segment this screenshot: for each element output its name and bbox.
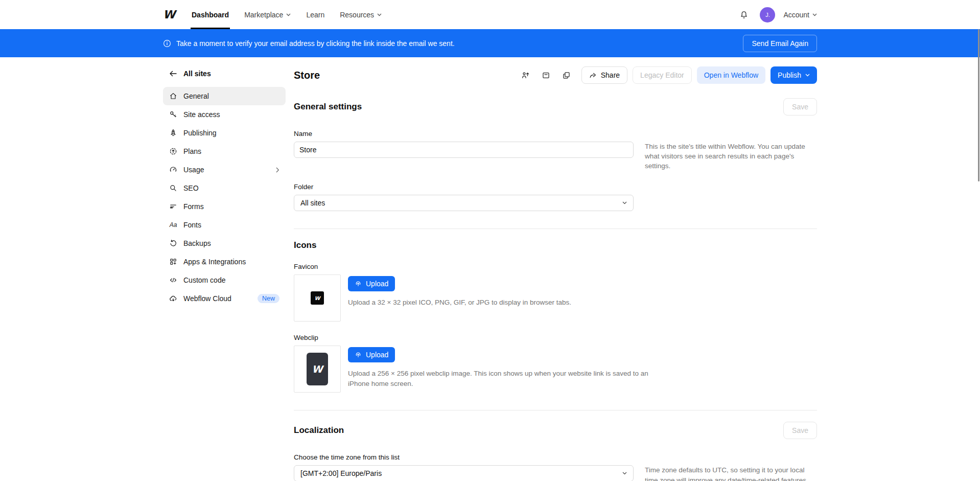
apps-grid-icon <box>169 258 177 266</box>
code-icon <box>169 276 177 284</box>
sidebar-item-general[interactable]: General <box>163 87 286 105</box>
archive-site-icon[interactable] <box>539 67 554 83</box>
sidebar-item-site-access[interactable]: Site access <box>163 105 286 124</box>
restore-icon <box>169 239 177 247</box>
favicon-upload-button[interactable]: Upload <box>348 276 395 291</box>
account-menu[interactable]: Account <box>783 11 817 19</box>
timezone-select[interactable]: [GMT+2:00] Europe/Paris <box>294 465 634 481</box>
chevron-down-icon <box>805 74 810 77</box>
sidebar-item-label: Publishing <box>183 129 279 137</box>
account-label: Account <box>783 11 809 19</box>
sidebar-item-usage[interactable]: Usage <box>163 161 286 179</box>
home-icon <box>169 92 177 100</box>
section-divider <box>294 410 817 410</box>
localization-save-button[interactable]: Save <box>783 422 817 439</box>
webclip-upload-label: Upload <box>366 351 388 359</box>
sidebar-item-label: Usage <box>183 166 270 174</box>
search-icon <box>169 184 177 192</box>
sidebar-item-label: Apps & Integrations <box>183 258 279 266</box>
back-to-all-sites[interactable]: All sites <box>163 67 286 87</box>
sidebar-item-label: Webflow Cloud <box>183 294 251 303</box>
new-badge: New <box>258 294 279 303</box>
sidebar-item-custom-code[interactable]: Custom code <box>163 271 286 289</box>
section-divider <box>294 228 817 229</box>
legacy-editor-button[interactable]: Legacy Editor <box>633 66 692 84</box>
upgrade-icon <box>169 147 177 155</box>
avatar[interactable]: J. <box>760 7 775 22</box>
nav-tab-learn[interactable]: Learn <box>306 0 324 29</box>
name-label: Name <box>294 130 817 138</box>
duplicate-site-icon[interactable] <box>559 67 574 83</box>
send-email-again-button[interactable]: Send Email Again <box>743 35 817 52</box>
sidebar-item-label: Site access <box>183 110 279 119</box>
sidebar-item-apps-integrations[interactable]: Apps & Integrations <box>163 253 286 271</box>
open-in-webflow-label: Open in Webflow <box>704 71 758 79</box>
vertical-scrollbar[interactable] <box>978 29 979 181</box>
settings-sidebar: All sites General Site access Publishing <box>163 57 286 481</box>
site-name-input[interactable] <box>294 142 634 158</box>
legacy-editor-label: Legacy Editor <box>640 71 684 79</box>
banner-message: Take a moment to verify your email addre… <box>176 39 455 48</box>
nav-tab-resources[interactable]: Resources <box>340 0 382 29</box>
upload-icon <box>355 351 362 358</box>
cloud-icon <box>169 294 177 303</box>
webflow-logo-icon[interactable]: W <box>163 9 178 20</box>
sidebar-item-label: Fonts <box>183 221 279 229</box>
folder-select-value: All sites <box>300 199 325 207</box>
publish-button[interactable]: Publish <box>771 66 817 84</box>
sidebar-item-label: Plans <box>183 147 279 155</box>
share-arrow-icon <box>589 72 597 79</box>
favicon-help-text: Upload a 32 × 32 pixel ICO, PNG, GIF, or… <box>348 297 571 308</box>
webclip-upload-button[interactable]: Upload <box>348 347 395 362</box>
general-save-button[interactable]: Save <box>783 98 817 116</box>
upload-icon <box>355 280 362 287</box>
sidebar-item-fonts[interactable]: Aa Fonts <box>163 216 286 234</box>
nav-tab-label: Learn <box>306 11 324 19</box>
webclip-image: W <box>307 353 328 385</box>
settings-main: Store Share Legacy Editor <box>294 57 817 481</box>
chevron-down-icon <box>812 13 817 16</box>
sidebar-item-backups[interactable]: Backups <box>163 234 286 253</box>
favicon-label: Favicon <box>294 263 817 270</box>
sidebar-item-label: General <box>183 92 279 100</box>
nav-tab-label: Resources <box>340 11 374 19</box>
timezone-select-value: [GMT+2:00] Europe/Paris <box>300 469 382 477</box>
sidebar-item-publishing[interactable]: Publishing <box>163 124 286 142</box>
sidebar-item-seo[interactable]: SEO <box>163 179 286 197</box>
sidebar-item-label: Custom code <box>183 276 279 284</box>
nav-tab-label: Marketplace <box>244 11 283 19</box>
timezone-label: Choose the time zone from this list <box>294 453 817 461</box>
nav-tab-marketplace[interactable]: Marketplace <box>244 0 291 29</box>
fonts-icon: Aa <box>169 221 177 229</box>
back-label: All sites <box>183 70 211 78</box>
open-in-webflow-button[interactable]: Open in Webflow <box>697 66 765 84</box>
transfer-site-icon[interactable] <box>518 67 533 83</box>
folder-select[interactable]: All sites <box>294 195 634 211</box>
sidebar-item-plans[interactable]: Plans <box>163 142 286 161</box>
webclip-help-text: Upload a 256 × 256 pixel webclip image. … <box>348 369 665 388</box>
icons-heading: Icons <box>294 240 817 250</box>
forms-icon <box>169 202 177 211</box>
folder-label: Folder <box>294 183 817 191</box>
gauge-icon <box>169 166 177 174</box>
share-button[interactable]: Share <box>581 66 627 84</box>
email-verify-banner: Take a moment to verify your email addre… <box>0 29 980 57</box>
webclip-label: Webclip <box>294 334 817 341</box>
info-icon <box>163 39 171 48</box>
name-help-text: This is the site's title within Webflow.… <box>645 142 813 171</box>
sidebar-item-label: SEO <box>183 184 279 192</box>
avatar-initials: J. <box>765 12 770 18</box>
top-nav: W Dashboard Marketplace Learn Resources <box>0 0 980 29</box>
sidebar-item-label: Forms <box>183 202 279 211</box>
favicon-upload-label: Upload <box>366 280 388 288</box>
timezone-help-text: Time zone defaults to UTC, so setting it… <box>645 465 813 481</box>
notifications-bell-icon[interactable] <box>736 7 752 22</box>
webclip-preview: W <box>294 346 341 393</box>
rocket-icon <box>169 129 177 137</box>
nav-tab-dashboard[interactable]: Dashboard <box>192 0 229 29</box>
chevron-right-icon <box>276 167 279 173</box>
nav-tab-label: Dashboard <box>192 11 229 19</box>
chevron-down-icon <box>622 472 627 475</box>
sidebar-item-forms[interactable]: Forms <box>163 197 286 216</box>
sidebar-item-webflow-cloud[interactable]: Webflow Cloud New <box>163 289 286 308</box>
